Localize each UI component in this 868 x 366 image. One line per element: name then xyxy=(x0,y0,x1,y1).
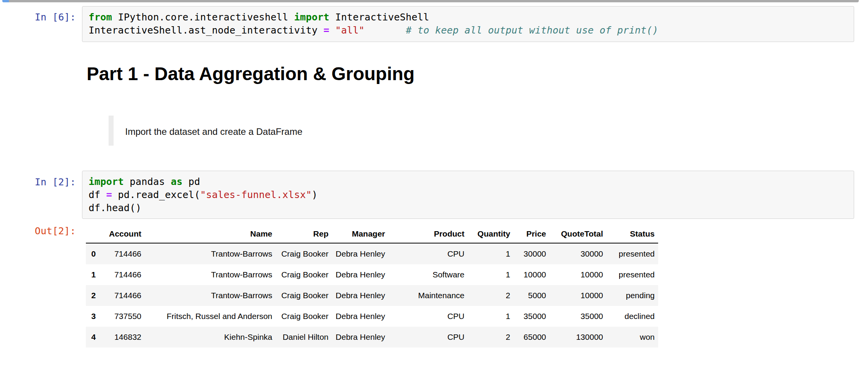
table-row: 1714466Trantow-BarrowsCraig BookerDebra … xyxy=(86,264,658,285)
table-row: 4146832Kiehn-SpinkaDaniel HiltonDebra He… xyxy=(86,327,658,348)
table-cell: Craig Booker xyxy=(272,285,328,306)
column-header: Price xyxy=(510,225,546,243)
table-cell: Trantow-Barrows xyxy=(141,243,272,264)
column-header: Quantity xyxy=(464,225,510,243)
table-cell: CPU xyxy=(385,327,464,348)
table-cell: Trantow-Barrows xyxy=(141,264,272,285)
output-prompt-2: Out[2]: xyxy=(7,225,76,238)
table-cell: 35000 xyxy=(546,306,603,327)
table-row: 0714466Trantow-BarrowsCraig BookerDebra … xyxy=(86,243,658,264)
table-cell: Kiehn-Spinka xyxy=(141,327,272,348)
code-token xyxy=(365,25,406,36)
code-token xyxy=(329,25,335,36)
table-row: 2714466Trantow-BarrowsCraig BookerDebra … xyxy=(86,285,658,306)
code-token-kw: from xyxy=(89,12,112,23)
header-row: AccountNameRepManagerProductQuantityPric… xyxy=(86,225,658,243)
row-index: 4 xyxy=(86,327,101,348)
table-cell: Daniel Hilton xyxy=(272,327,328,348)
input-prompt-2: In [2]: xyxy=(7,176,76,189)
column-header: Rep xyxy=(272,225,328,243)
code-token: df.head() xyxy=(89,202,141,213)
table-cell: 30000 xyxy=(546,243,603,264)
table-cell: presented xyxy=(603,264,658,285)
code-token: df xyxy=(89,189,106,200)
table-cell: 2 xyxy=(464,327,510,348)
table-cell: Craig Booker xyxy=(272,264,328,285)
row-index: 0 xyxy=(86,243,101,264)
table-cell: Debra Henley xyxy=(328,306,385,327)
table-cell: Debra Henley xyxy=(328,285,385,306)
table-cell: 35000 xyxy=(510,306,546,327)
table-row: 3737550Fritsch, Russel and AndersonCraig… xyxy=(86,306,658,327)
code-line: from IPython.core.interactiveshell impor… xyxy=(89,11,848,24)
table-cell: Debra Henley xyxy=(328,243,385,264)
table-cell: 1 xyxy=(464,264,510,285)
code-line: InteractiveShell.ast_node_interactivity … xyxy=(89,24,848,37)
table-cell: 714466 xyxy=(101,243,141,264)
code-cell-input-2[interactable]: import pandas as pddf = pd.read_excel("s… xyxy=(82,171,854,219)
row-index: 2 xyxy=(86,285,101,306)
table-cell: Debra Henley xyxy=(328,264,385,285)
code-token: InteractiveShell.ast_node_interactivity xyxy=(89,25,323,36)
code-line: import pandas as pd xyxy=(89,175,848,188)
table-cell: 5000 xyxy=(510,285,546,306)
table-cell: 10000 xyxy=(546,285,603,306)
column-header: Name xyxy=(141,225,272,243)
table-cell: Maintenance xyxy=(385,285,464,306)
table-cell: CPU xyxy=(385,306,464,327)
table-cell: 714466 xyxy=(101,285,141,306)
blockquote-bar xyxy=(109,116,114,146)
table-cell: 65000 xyxy=(510,327,546,348)
row-index: 3 xyxy=(86,306,101,327)
code-token: InteractiveShell xyxy=(329,12,429,23)
table-cell: Debra Henley xyxy=(328,327,385,348)
code-token-kw: as xyxy=(171,176,183,187)
table-cell: 10000 xyxy=(510,264,546,285)
code-token: pandas xyxy=(124,176,171,187)
dataframe-output: AccountNameRepManagerProductQuantityPric… xyxy=(86,225,658,348)
table-cell: 2 xyxy=(464,285,510,306)
column-header: Product xyxy=(385,225,464,243)
code-token-kw: import xyxy=(89,176,124,187)
table-cell: pending xyxy=(603,285,658,306)
table-cell: won xyxy=(603,327,658,348)
code-token-str: "all" xyxy=(335,25,365,36)
dataframe-table: AccountNameRepManagerProductQuantityPric… xyxy=(86,225,658,348)
table-cell: 737550 xyxy=(101,306,141,327)
dataframe-header: AccountNameRepManagerProductQuantityPric… xyxy=(86,225,658,243)
table-cell: Craig Booker xyxy=(272,243,328,264)
code-token-cm: # to keep all output without use of prin… xyxy=(406,25,659,36)
code-line: df.head() xyxy=(89,201,848,215)
code-token-op: = xyxy=(106,189,112,200)
notebook-page: { "colors": { "in_prompt": "#303F9F", "o… xyxy=(0,0,868,366)
column-header: Status xyxy=(603,225,658,243)
table-cell: Trantow-Barrows xyxy=(141,285,272,306)
code-token-str: "sales-funnel.xlsx" xyxy=(200,189,312,200)
dataframe-body: 0714466Trantow-BarrowsCraig BookerDebra … xyxy=(86,243,658,348)
table-cell: 1 xyxy=(464,306,510,327)
column-header: Account xyxy=(101,225,141,243)
code-token: pd.read_excel( xyxy=(112,189,200,200)
code-token: ) xyxy=(312,189,318,200)
table-cell: presented xyxy=(603,243,658,264)
table-cell: CPU xyxy=(385,243,464,264)
code-token-op: = xyxy=(323,25,329,36)
table-cell: Software xyxy=(385,264,464,285)
input-prompt-6: In [6]: xyxy=(7,11,76,24)
table-cell: 714466 xyxy=(101,264,141,285)
table-cell: 130000 xyxy=(546,327,603,348)
section-heading: Part 1 - Data Aggregation & Grouping xyxy=(87,64,415,84)
blockquote-text: Import the dataset and create a DataFram… xyxy=(125,126,302,138)
selected-cell-indicator xyxy=(2,0,9,2)
index-corner xyxy=(86,225,101,243)
table-cell: Fritsch, Russel and Anderson xyxy=(141,306,272,327)
table-cell: 146832 xyxy=(101,327,141,348)
previous-cell-bottom-edge xyxy=(2,0,859,2)
code-cell-input-6[interactable]: from IPython.core.interactiveshell impor… xyxy=(82,6,854,42)
table-cell: declined xyxy=(603,306,658,327)
code-token: IPython.core.interactiveshell xyxy=(112,12,294,23)
column-header: Manager xyxy=(328,225,385,243)
table-cell: 1 xyxy=(464,243,510,264)
code-line: df = pd.read_excel("sales-funnel.xlsx") xyxy=(89,188,848,201)
table-cell: 10000 xyxy=(546,264,603,285)
